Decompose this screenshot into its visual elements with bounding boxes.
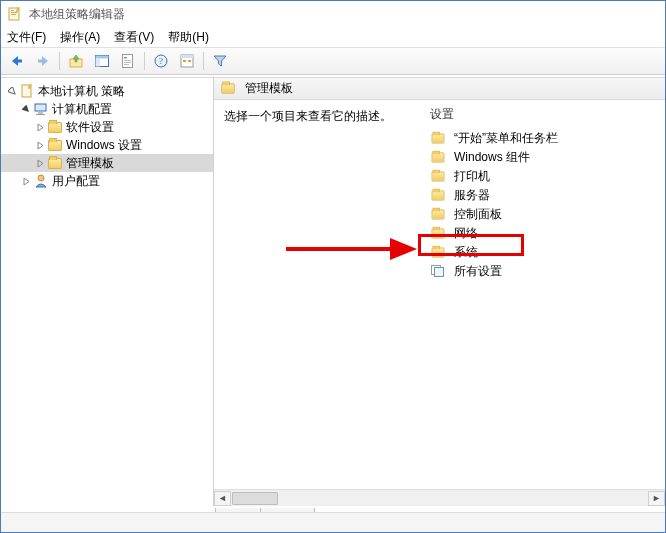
list-item[interactable]: “开始”菜单和任务栏 bbox=[426, 129, 663, 148]
folder-icon bbox=[430, 245, 446, 261]
column-header-settings[interactable]: 设置 bbox=[426, 104, 663, 129]
folder-icon bbox=[47, 119, 63, 135]
list-item-all-settings[interactable]: 所有设置 bbox=[426, 262, 663, 281]
back-button[interactable] bbox=[5, 50, 29, 72]
twisty-icon[interactable] bbox=[33, 120, 47, 134]
svg-rect-19 bbox=[181, 55, 193, 58]
menu-file[interactable]: 文件(F) bbox=[7, 29, 46, 43]
app-icon bbox=[7, 6, 23, 22]
user-icon bbox=[33, 173, 49, 189]
tree-label: 软件设置 bbox=[66, 119, 114, 136]
toolbar: ? bbox=[1, 47, 665, 75]
scroll-right-button[interactable]: ► bbox=[648, 491, 665, 506]
up-button[interactable] bbox=[64, 50, 88, 72]
list-item-system[interactable]: 系统 bbox=[426, 243, 663, 262]
folder-icon bbox=[430, 207, 446, 223]
svg-rect-5 bbox=[17, 60, 22, 63]
statusbar bbox=[1, 512, 665, 532]
list-pane[interactable]: 设置 “开始”菜单和任务栏 Windows 组件 打印机 bbox=[424, 100, 665, 506]
titlebar: 本地组策略编辑器 bbox=[1, 1, 665, 27]
all-settings-icon bbox=[430, 264, 446, 280]
tree-user-config[interactable]: 用户配置 bbox=[1, 172, 213, 190]
scroll-left-button[interactable]: ◄ bbox=[214, 491, 231, 506]
svg-text:?: ? bbox=[159, 56, 163, 66]
menubar: 文件(F) 操作(A) 查看(V) 帮助(H) bbox=[1, 27, 665, 47]
toolbar-sep bbox=[144, 52, 145, 70]
svg-rect-3 bbox=[11, 14, 16, 15]
svg-point-27 bbox=[38, 175, 44, 181]
folder-icon bbox=[47, 137, 63, 153]
horizontal-scrollbar[interactable]: ◄ ► bbox=[214, 489, 665, 506]
folder-icon bbox=[220, 81, 236, 97]
menu-help[interactable]: 帮助(H) bbox=[168, 29, 209, 43]
svg-rect-1 bbox=[11, 10, 14, 11]
right-header-title: 管理模板 bbox=[245, 80, 293, 97]
tree-label: 用户配置 bbox=[52, 173, 100, 190]
tree-label: 计算机配置 bbox=[52, 101, 112, 118]
tree-computer-config[interactable]: 计算机配置 bbox=[1, 100, 213, 118]
svg-rect-2 bbox=[11, 12, 16, 13]
twisty-icon[interactable] bbox=[33, 156, 47, 170]
svg-rect-15 bbox=[124, 64, 129, 65]
list-item-label: 系统 bbox=[454, 244, 478, 261]
list-item[interactable]: 服务器 bbox=[426, 186, 663, 205]
menu-action[interactable]: 操作(A) bbox=[60, 29, 100, 43]
twisty-icon[interactable] bbox=[33, 138, 47, 152]
help-button[interactable]: ? bbox=[149, 50, 173, 72]
tree-label: 本地计算机 策略 bbox=[38, 83, 125, 100]
tree-admin-templates[interactable]: 管理模板 bbox=[1, 154, 213, 172]
svg-rect-6 bbox=[38, 60, 43, 63]
right-header: 管理模板 bbox=[214, 78, 665, 100]
svg-rect-9 bbox=[96, 56, 109, 59]
twisty-icon[interactable] bbox=[19, 174, 33, 188]
svg-rect-13 bbox=[124, 60, 131, 61]
list-item[interactable]: 控制面板 bbox=[426, 205, 663, 224]
forward-button[interactable] bbox=[31, 50, 55, 72]
tree-software-settings[interactable]: 软件设置 bbox=[1, 118, 213, 136]
list-item[interactable]: 网络 bbox=[426, 224, 663, 243]
options-button[interactable] bbox=[175, 50, 199, 72]
filter-button[interactable] bbox=[208, 50, 232, 72]
list-item-label: 服务器 bbox=[454, 187, 490, 204]
list-item[interactable]: 打印机 bbox=[426, 167, 663, 186]
policy-icon bbox=[19, 83, 35, 99]
list-item-label: 网络 bbox=[454, 225, 478, 242]
list-item-label: Windows 组件 bbox=[454, 149, 530, 166]
properties-button[interactable] bbox=[116, 50, 140, 72]
tree-label: Windows 设置 bbox=[66, 137, 142, 154]
svg-rect-12 bbox=[124, 57, 127, 59]
svg-rect-25 bbox=[38, 112, 43, 114]
tree-windows-settings[interactable]: Windows 设置 bbox=[1, 136, 213, 154]
folder-icon bbox=[47, 155, 63, 171]
list-item-label: 所有设置 bbox=[454, 263, 502, 280]
scroll-thumb[interactable] bbox=[232, 492, 278, 505]
description-text: 选择一个项目来查看它的描述。 bbox=[224, 109, 392, 123]
twisty-icon[interactable] bbox=[19, 102, 33, 116]
svg-rect-26 bbox=[36, 114, 45, 115]
content-area: 选择一个项目来查看它的描述。 设置 “开始”菜单和任务栏 Windows 组件 … bbox=[214, 100, 665, 506]
menu-view[interactable]: 查看(V) bbox=[114, 29, 154, 43]
folder-icon bbox=[430, 169, 446, 185]
gpedit-window: 本地组策略编辑器 文件(F) 操作(A) 查看(V) 帮助(H) ? bbox=[0, 0, 666, 533]
svg-rect-10 bbox=[96, 59, 101, 67]
scroll-track[interactable] bbox=[231, 491, 648, 506]
folder-icon bbox=[430, 226, 446, 242]
list-item-label: 控制面板 bbox=[454, 206, 502, 223]
svg-rect-24 bbox=[35, 104, 46, 111]
toolbar-sep bbox=[59, 52, 60, 70]
svg-rect-21 bbox=[188, 60, 191, 62]
folder-icon bbox=[430, 131, 446, 147]
svg-rect-14 bbox=[124, 62, 131, 63]
tree-pane[interactable]: 本地计算机 策略 计算机配置 bbox=[1, 77, 214, 506]
folder-icon bbox=[430, 150, 446, 166]
list-item-label: “开始”菜单和任务栏 bbox=[454, 130, 558, 147]
description-pane: 选择一个项目来查看它的描述。 bbox=[214, 100, 424, 506]
folder-icon bbox=[430, 188, 446, 204]
list-item[interactable]: Windows 组件 bbox=[426, 148, 663, 167]
show-hide-tree-button[interactable] bbox=[90, 50, 114, 72]
svg-rect-20 bbox=[183, 60, 186, 62]
twisty-icon[interactable] bbox=[5, 84, 19, 98]
tree-root[interactable]: 本地计算机 策略 bbox=[1, 82, 213, 100]
right-pane: 管理模板 选择一个项目来查看它的描述。 设置 “开始”菜单和任务栏 Window… bbox=[214, 77, 665, 506]
body: 本地计算机 策略 计算机配置 bbox=[1, 77, 665, 506]
